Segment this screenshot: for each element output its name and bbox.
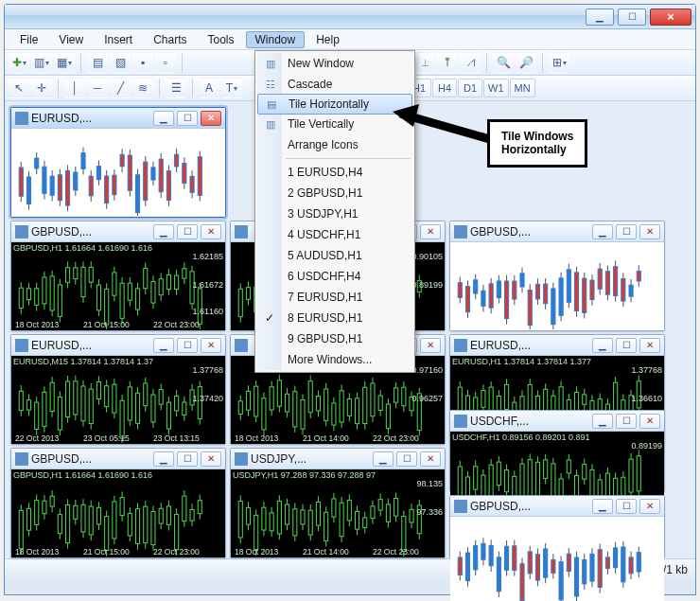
cursor-icon[interactable]: ↖	[9, 78, 29, 98]
child-max-button[interactable]: ☐	[396, 451, 417, 467]
svg-rect-453	[505, 470, 509, 492]
child-max-button[interactable]: ☐	[177, 224, 198, 239]
chart-title: EURUSD,...	[470, 339, 589, 352]
svg-rect-347	[474, 280, 478, 293]
svg-rect-168	[96, 507, 100, 524]
line-icon[interactable]: ⩘	[460, 52, 481, 73]
child-close-button[interactable]: ✕	[420, 451, 441, 467]
menu-item[interactable]: Arrange Icons	[257, 134, 412, 155]
svg-rect-319	[332, 499, 336, 517]
close-button[interactable]: ×	[650, 9, 691, 26]
chart-window[interactable]: USDCHF,... ▁ ☐ ✕ USDCHF,H1 0.89156 0.892…	[449, 410, 665, 492]
charttype-icon[interactable]: ⊞	[549, 52, 569, 73]
child-close-button[interactable]: ✕	[639, 414, 660, 429]
child-close-button[interactable]: ✕	[201, 451, 221, 467]
child-min-button[interactable]: ▁	[592, 338, 613, 353]
svg-rect-459	[528, 460, 532, 498]
tf-w1[interactable]: W1	[483, 79, 509, 97]
menu-help[interactable]: Help	[306, 31, 349, 48]
navigator-icon[interactable]: ▧	[110, 52, 131, 73]
hline-icon[interactable]: ─	[87, 78, 108, 98]
menu-charts[interactable]: Charts	[144, 31, 196, 48]
child-max-button[interactable]: ☐	[616, 338, 637, 353]
menu-view[interactable]: View	[49, 31, 93, 48]
svg-rect-109	[58, 398, 61, 431]
profiles-icon[interactable]: ▥	[31, 52, 52, 73]
child-min-button[interactable]: ▁	[153, 338, 174, 353]
chart-window[interactable]: GBPUSD,... ▁ ☐ ✕ GBPUSD,H1 1.61664 1.616…	[10, 448, 226, 558]
tester-icon[interactable]: ▫	[155, 52, 176, 73]
child-close-button[interactable]: ✕	[201, 224, 221, 239]
zoomin-icon[interactable]: 🔍	[493, 52, 514, 73]
child-min-button[interactable]: ▁	[153, 111, 174, 126]
chart-window[interactable]: USDJPY,... ▁ ☐ ✕ USDJPY,H1 97.288 97.336…	[230, 448, 446, 558]
menu-item[interactable]: 3 USDJPY,H1	[257, 203, 412, 224]
child-close-button[interactable]: ✕	[420, 224, 441, 239]
menu-item[interactable]: ▥New Window	[257, 53, 412, 74]
menu-item[interactable]: 4 USDCHF,H1	[257, 224, 412, 245]
menu-item[interactable]: 6 USDCHF,H4	[257, 266, 412, 287]
chart-icon	[454, 225, 467, 239]
menu-item[interactable]: 5 AUDUSD,H1	[257, 245, 412, 266]
child-max-button[interactable]: ☐	[616, 499, 637, 514]
zoomout-icon[interactable]: 🔎	[516, 52, 536, 73]
child-close-button[interactable]: ✕	[639, 338, 660, 353]
menu-item[interactable]: 9 GBPUSD,H1	[257, 328, 412, 349]
menu-insert[interactable]: Insert	[95, 31, 142, 48]
text-icon[interactable]: A	[199, 78, 219, 98]
channel-icon[interactable]: ≋	[132, 78, 153, 98]
child-min-button[interactable]: ▁	[592, 414, 613, 429]
child-max-button[interactable]: ☐	[177, 111, 198, 126]
period-icon[interactable]: ⤒	[437, 52, 458, 73]
child-min-button[interactable]: ▁	[592, 499, 613, 514]
child-min-button[interactable]: ▁	[373, 451, 394, 467]
child-close-button[interactable]: ✕	[639, 499, 660, 514]
menu-item[interactable]: 7 EURUSD,H1	[257, 287, 412, 308]
menu-item[interactable]: More Windows...	[257, 349, 412, 370]
new-icon[interactable]: ✚	[9, 52, 29, 73]
tf-d1[interactable]: D1	[458, 79, 482, 97]
svg-rect-123	[113, 384, 116, 413]
chart-window[interactable]: GBPUSD,... ▁ ☐ ✕ GBPUSD,H1 1.61664 1.616…	[10, 221, 226, 331]
minimize-button[interactable]	[586, 9, 614, 26]
chart-window[interactable]: GBPUSD,... ▁ ☐ ✕	[449, 495, 665, 558]
tf-h4[interactable]: H4	[432, 79, 457, 97]
indicator-icon[interactable]: ⟂	[414, 52, 435, 73]
chart-window[interactable]: GBPUSD,... ▁ ☐ ✕	[449, 221, 665, 331]
child-close-button[interactable]: ✕	[201, 338, 221, 353]
child-close-button[interactable]: ✕	[639, 224, 660, 239]
menu-item[interactable]: ☷Cascade	[257, 74, 412, 95]
child-min-button[interactable]: ▁	[592, 224, 613, 239]
svg-rect-21	[96, 167, 100, 180]
child-min-button[interactable]: ▁	[153, 451, 174, 467]
child-max-button[interactable]: ☐	[616, 224, 637, 239]
menu-window[interactable]: Window	[246, 31, 306, 48]
fib-icon[interactable]: ☰	[166, 78, 186, 98]
menu-tools[interactable]: Tools	[199, 31, 244, 48]
menu-item[interactable]: ▥Tile Vertically	[257, 114, 412, 134]
menu-item[interactable]: 8 EURUSD,H1	[257, 308, 412, 328]
chart-window[interactable]: EURUSD,... ▁ ☐ ✕	[10, 107, 226, 218]
svg-rect-164	[81, 504, 85, 532]
crosshair-icon[interactable]: ✛	[31, 78, 52, 98]
templates-icon[interactable]: ▦	[54, 52, 75, 73]
terminal-icon[interactable]: ▪	[132, 52, 153, 73]
menu-item[interactable]: 2 GBPUSD,H1	[257, 183, 412, 203]
menu-item[interactable]: 1 EURUSD,H4	[257, 162, 412, 183]
child-min-button[interactable]: ▁	[153, 224, 174, 239]
child-close-button[interactable]: ✕	[201, 111, 221, 126]
label-icon[interactable]: T	[221, 78, 242, 98]
child-max-button[interactable]: ☐	[616, 414, 637, 429]
vline-icon[interactable]: │	[64, 78, 85, 98]
chart-window[interactable]: EURUSD,... ▁ ☐ ✕ EURUSD,M15 1.37814 1.37…	[10, 334, 226, 445]
child-max-button[interactable]: ☐	[177, 338, 198, 353]
tf-mn[interactable]: MN	[510, 79, 535, 97]
svg-rect-398	[481, 390, 485, 407]
menu-item[interactable]: ▤Tile Horizontally	[257, 94, 412, 115]
menu-file[interactable]: File	[10, 31, 47, 48]
child-close-button[interactable]: ✕	[420, 338, 441, 353]
marketwatch-icon[interactable]: ▤	[87, 52, 108, 73]
child-max-button[interactable]: ☐	[177, 451, 198, 467]
trendline-icon[interactable]: ╱	[110, 78, 131, 98]
maximize-button[interactable]	[618, 9, 646, 26]
